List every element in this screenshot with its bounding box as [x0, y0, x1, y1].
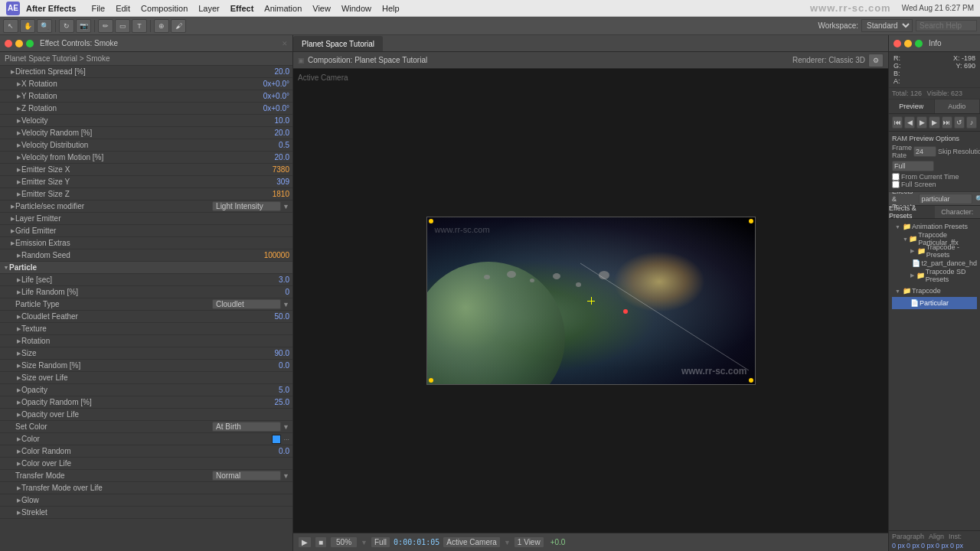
ep-tab-character[interactable]: Character:	[935, 206, 981, 218]
next-frame-btn[interactable]: ⏭	[942, 116, 952, 129]
menu-composition[interactable]: Composition	[136, 2, 192, 15]
triangle-icon[interactable]: ▶	[15, 338, 21, 344]
triangle-icon[interactable]: ▶	[9, 204, 15, 210]
ec-section-particle[interactable]: ▼ Particle	[0, 262, 292, 274]
triangle-icon[interactable]: ▶	[15, 118, 21, 124]
ec-row-color[interactable]: ▶ Color ···	[0, 433, 292, 445]
triangle-icon[interactable]: ▶	[15, 326, 21, 332]
ec-row-layer-emitter[interactable]: ▶ Layer Emitter	[0, 213, 292, 225]
menu-animation[interactable]: Animation	[260, 2, 306, 15]
ec-row-emitter-z[interactable]: ▶ Emitter Size Z 1810	[0, 188, 292, 201]
ec-row-transfer-mode[interactable]: Transfer Mode Normal ▼	[0, 470, 292, 482]
tool-select[interactable]: ↖	[3, 19, 18, 33]
effect-controls-content[interactable]: ▶ Direction Spread [%] 20.0 ▶ X Rotation…	[0, 66, 292, 551]
from-current-label[interactable]: From Current Time	[892, 173, 977, 181]
triangle-icon[interactable]: ▶	[9, 240, 15, 246]
rp-expand-btn[interactable]	[915, 40, 923, 47]
ec-row-glow[interactable]: ▶ Glow	[0, 494, 292, 507]
stop-button[interactable]: ■	[315, 536, 327, 548]
rp-close-btn[interactable]	[893, 40, 901, 47]
ep-item-trapcode[interactable]: ▼ 📁 Trapcode	[892, 285, 977, 297]
triangle-icon[interactable]: ▶	[15, 106, 21, 112]
search-help-input[interactable]	[916, 20, 977, 31]
minimize-button[interactable]	[15, 40, 23, 47]
triangle-icon[interactable]: ▼	[3, 265, 9, 271]
tool-text[interactable]: T	[132, 19, 147, 33]
triangle-icon[interactable]: ▶	[15, 130, 21, 136]
color-swatch[interactable]	[272, 435, 281, 444]
menu-help[interactable]: Help	[377, 2, 404, 15]
triangle-icon[interactable]: ▶	[9, 228, 15, 234]
tool-shape[interactable]: ▭	[115, 19, 130, 33]
rp-tab-preview[interactable]: Preview	[889, 99, 935, 113]
tool-camera[interactable]: 📷	[76, 19, 91, 33]
ec-row-direction-spread[interactable]: ▶ Direction Spread [%] 20.0	[0, 66, 292, 78]
ec-row-x-rotation[interactable]: ▶ X Rotation 0x+0.0°	[0, 78, 292, 90]
ec-row-emitter-x[interactable]: ▶ Emitter Size X 7380	[0, 164, 292, 176]
menu-effect[interactable]: Effect	[226, 2, 259, 15]
triangle-icon[interactable]: ▶	[15, 191, 21, 197]
ec-row-particle-type[interactable]: Particle Type Cloudlet ▼	[0, 298, 292, 311]
play-button[interactable]: ▶	[298, 536, 312, 548]
ep-item-particular[interactable]: 📄 Particular	[892, 297, 977, 309]
triangle-icon[interactable]: ▶	[15, 399, 21, 406]
camera-view-btn[interactable]: Active Camera	[443, 536, 501, 548]
loop-btn[interactable]: ↺	[954, 116, 965, 129]
ep-search-input[interactable]	[919, 194, 972, 204]
triangle-icon[interactable]: ▶	[15, 436, 21, 442]
ec-row-color-life[interactable]: ▶ Color over Life	[0, 458, 292, 470]
ec-row-opacity-random[interactable]: ▶ Opacity Random [%] 25.0	[0, 396, 292, 409]
triangle-icon[interactable]: ▶	[15, 363, 21, 369]
triangle-icon[interactable]: ▶	[15, 510, 21, 516]
timecode-display[interactable]: 0:00:01:05	[394, 538, 439, 546]
expand-button[interactable]	[26, 40, 34, 47]
triangle-icon[interactable]: ▶	[9, 69, 15, 75]
ec-row-z-rotation[interactable]: ▶ Z Rotation 0x+0.0°	[0, 103, 292, 115]
triangle-icon[interactable]: ▶	[15, 314, 21, 320]
ec-row-color-random[interactable]: ▶ Color Random 0.0	[0, 445, 292, 458]
full-screen-label[interactable]: Full Screen	[892, 181, 977, 188]
ec-row-size-random[interactable]: ▶ Size Random [%] 0.0	[0, 360, 292, 372]
ec-row-transfer-life[interactable]: ▶ Transfer Mode over Life	[0, 482, 292, 494]
step-fwd-btn[interactable]: ▶	[929, 116, 939, 129]
ec-row-particle-modifier[interactable]: ▶ Particle/sec modifier Light Intensity …	[0, 201, 292, 213]
menu-edit[interactable]: Edit	[111, 2, 135, 15]
tool-hand[interactable]: ✋	[20, 19, 35, 33]
ep-item-trapcode-sd[interactable]: ▶ 📁 Trapcode SD Presets	[892, 269, 977, 282]
view-count-btn[interactable]: 1 View	[514, 536, 544, 548]
comp-settings-btn[interactable]: ⚙	[868, 54, 884, 67]
workspace-select[interactable]: Standard	[861, 19, 913, 32]
triangle-icon[interactable]: ▶	[15, 93, 21, 99]
tool-zoom[interactable]: 🔍	[37, 19, 52, 33]
ec-row-rotation[interactable]: ▶ Rotation	[0, 335, 292, 347]
ec-row-vel-random[interactable]: ▶ Velocity Random [%] 20.0	[0, 127, 292, 139]
ec-row-set-color[interactable]: Set Color At Birth ▼	[0, 421, 292, 433]
triangle-icon[interactable]: ▶	[15, 350, 21, 357]
triangle-icon[interactable]: ▶	[9, 216, 15, 222]
triangle-icon[interactable]: ▶	[15, 167, 21, 173]
ec-row-streklet[interactable]: ▶ Streklet	[0, 507, 292, 519]
ec-row-opacity[interactable]: ▶ Opacity 5.0	[0, 384, 292, 396]
close-button[interactable]	[5, 40, 12, 47]
triangle-icon[interactable]: ▶	[15, 81, 21, 87]
ec-row-emission-extras[interactable]: ▶ Emission Extras	[0, 237, 292, 249]
ec-row-size[interactable]: ▶ Size 90.0	[0, 347, 292, 360]
triangle-icon[interactable]: ▶	[15, 253, 21, 259]
triangle-icon[interactable]: ▶	[15, 448, 21, 455]
ec-row-life[interactable]: ▶ Life [sec] 3.0	[0, 274, 292, 286]
triangle-icon[interactable]: ▶	[15, 461, 21, 467]
ec-row-vel-dist[interactable]: ▶ Velocity Distribution 0.5	[0, 139, 292, 152]
ec-row-random-seed[interactable]: ▶ Random Seed 100000	[0, 249, 292, 262]
frame-rate-input[interactable]	[913, 146, 936, 157]
ec-row-cloudlet-feather[interactable]: ▶ Cloudlet Feather 50.0	[0, 311, 292, 323]
triangle-icon[interactable]: ▶	[15, 155, 21, 161]
ec-row-life-random[interactable]: ▶ Life Random [%] 0	[0, 286, 292, 298]
play-btn[interactable]: ▶	[916, 116, 927, 129]
tool-anchor[interactable]: ⊕	[154, 19, 169, 33]
triangle-icon[interactable]: ▶	[15, 289, 21, 295]
ep-item-trapcode-presets[interactable]: ▶ 📁 Trapcode - Presets	[892, 245, 977, 257]
ep-tab-effects[interactable]: Effects & Presets	[889, 206, 935, 218]
from-current-checkbox[interactable]	[892, 173, 900, 181]
ec-row-size-life[interactable]: ▶ Size over Life	[0, 372, 292, 384]
tool-pen[interactable]: ✏	[98, 19, 113, 33]
